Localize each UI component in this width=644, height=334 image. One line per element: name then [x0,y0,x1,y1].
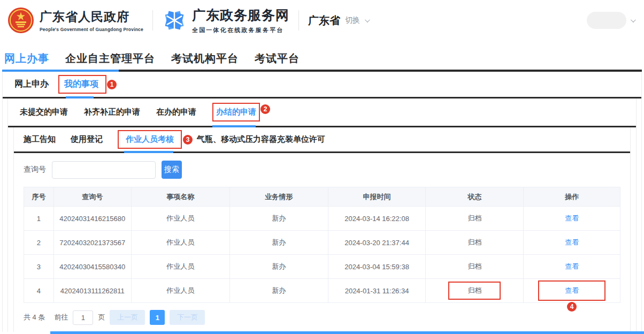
nav-item-exam-org-platform[interactable]: 考试机构平台 [171,51,239,66]
goto-page-input[interactable] [73,310,93,325]
region-name: 广东省 [308,13,340,28]
current-page-button[interactable]: 1 [150,310,165,325]
tabs-level3: 施工告知 使用登记 作业人员考核 3 气瓶、移动式压力容器充装单位许可 [14,127,630,153]
pagination: 共 4 条 前往 页 上一页 1 下一页 [14,303,630,332]
chevron-down-icon [631,17,636,22]
chevron-down-icon [365,17,370,22]
view-link[interactable]: 查看 [565,262,579,270]
content-panel: 网上申办 我的事项 1 未提交的申请 补齐补正的申请 在办的申请 办结的申请 2… [2,72,642,332]
next-page-button[interactable]: 下一页 [170,310,205,325]
cell-item-name: 作业人员 [131,279,229,303]
nav-item-enterprise-platform[interactable]: 企业自主管理平台 [65,51,155,66]
goto-unit: 页 [98,313,105,322]
gov-logo-block: 广东省人民政府 People's Government of Guangdong… [7,7,143,34]
annotation-badge-3: 3 [183,135,193,145]
prev-page-button[interactable]: 上一页 [110,310,145,325]
view-link[interactable]: 查看 [565,238,579,246]
gov-subtitle: People's Government of Guangdong Provinc… [40,27,143,32]
search-bar: 查询号 搜索 [14,153,630,185]
tabs-level2: 未提交的申请 补齐补正的申请 在办的申请 办结的申请 2 [8,98,636,127]
cell-item-name: 作业人员 [131,231,229,255]
cell-status: 归档 [467,286,481,295]
national-emblem-icon [7,7,34,34]
tab-unsubmitted[interactable]: 未提交的申请 [20,98,68,126]
cell-apply-time: 2024-03-04 15:59:38 [328,255,426,279]
tab-usage-registration[interactable]: 使用登记 [71,127,103,151]
tab-online-apply[interactable]: 网上申办 [14,72,49,97]
results-table: 序号 查询号 事项名称 业务情形 申报时间 状态 操作 1 4202403141… [24,187,620,303]
col-header-item-name: 事项名称 [131,187,229,207]
gov-logo-text: 广东省人民政府 People's Government of Guangdong… [40,9,143,32]
tab-completed-label: 办结的申请 [216,107,256,117]
annotation-box-status: 归档 [448,282,501,300]
cell-situation: 新办 [229,231,328,255]
tab-my-items[interactable]: 我的事项 1 [58,72,106,97]
tab-construction-notice[interactable]: 施工告知 [24,127,56,151]
col-header-apply-time: 申报时间 [328,187,426,207]
portal-title: 广东政务服务网 [192,6,289,24]
annotation-box-4: 查看 4 [538,280,605,301]
region-selector[interactable]: 广东省 切换 [308,13,369,28]
cell-status: 归档 [426,255,524,279]
nav-item-online-services[interactable]: 网上办事 [4,51,49,66]
gov-title: 广东省人民政府 [40,9,143,25]
portal-subtitle: 全国一体化在线政务服务平台 [192,26,289,34]
total-count: 共 4 条 [24,313,45,322]
col-header-status: 状态 [426,187,524,207]
user-account-menu[interactable] [587,12,634,29]
cell-status: 归档 [426,231,524,255]
cell-query-no: 42024031416215680 [53,207,131,231]
cell-query-no: 42024013111262811 [53,279,131,303]
portal-logo-text: 广东政务服务网 全国一体化在线政务服务平台 [192,6,289,34]
query-number-input[interactable] [52,161,156,179]
my-items-panel: 未提交的申请 补齐补正的申请 在办的申请 办结的申请 2 施工告知 使用登记 作… [7,98,637,332]
cell-query-no: 72024032021373567 [53,231,131,255]
view-link[interactable]: 查看 [565,214,579,222]
cell-status: 归档 [426,207,524,231]
table-row: 2 72024032021373567 作业人员 新办 2024-03-20 2… [24,231,620,255]
table-row: 4 42024013111262811 作业人员 新办 2024-01-31 1… [24,279,620,303]
top-header: 广东省人民政府 People's Government of Guangdong… [0,0,644,41]
col-header-index: 序号 [24,187,54,207]
annotation-box-3: 作业人员考核 3 [118,130,182,149]
tab-my-items-label: 我的事项 [64,79,98,90]
cell-index: 1 [24,207,54,231]
tabs-level1: 网上申办 我的事项 1 [3,72,641,98]
table-row: 1 42024031416215680 作业人员 新办 2024-03-14 1… [24,207,620,231]
tab-operator-exam[interactable]: 作业人员考核 3 [118,127,182,151]
user-name-redacted[interactable] [587,12,626,29]
header-divider [298,10,299,31]
col-header-action: 操作 [524,187,620,207]
cell-index: 4 [24,279,54,303]
cell-apply-time: 2024-03-20 21:37:44 [328,231,426,255]
main-nav: 网上办事 企业自主管理平台 考试机构平台 考试平台 [2,47,642,72]
table-header-row: 序号 查询号 事项名称 业务情形 申报时间 状态 操作 [24,187,620,207]
nav-item-exam-platform[interactable]: 考试平台 [255,51,300,66]
cell-situation: 新办 [229,255,328,279]
col-header-query-no: 查询号 [53,187,131,207]
goto-label: 前往 [54,313,68,322]
annotation-box-2: 办结的申请 2 [212,103,260,122]
tab-operator-exam-label: 作业人员考核 [126,134,174,145]
col-header-situation: 业务情形 [229,187,328,207]
cell-apply-time: 2024-01-31 11:26:34 [328,279,426,303]
tab-gas-cylinder-license[interactable]: 气瓶、移动式压力容器充装单位许可 [197,127,325,151]
cell-situation: 新办 [229,207,328,231]
cell-item-name: 作业人员 [131,207,229,231]
cell-item-name: 作业人员 [131,255,229,279]
annotation-box-1: 我的事项 1 [58,75,106,94]
annotation-badge-4: 4 [567,302,577,312]
cell-query-no: 42024030415580340 [53,255,131,279]
tab-supplement-correction[interactable]: 补齐补正的申请 [84,98,140,126]
annotation-badge-2: 2 [260,104,270,114]
tab-completed[interactable]: 办结的申请 2 [212,98,260,126]
search-button[interactable]: 搜索 [162,161,182,179]
view-link[interactable]: 查看 [565,286,579,295]
completed-panel: 施工告知 使用登记 作业人员考核 3 气瓶、移动式压力容器充装单位许可 查询号 … [13,127,631,332]
region-switch-label[interactable]: 切换 [345,16,360,25]
table-row: 3 42024030415580340 作业人员 新办 2024-03-04 1… [24,255,620,279]
cell-index: 3 [24,255,54,279]
cell-apply-time: 2024-03-14 16:22:08 [328,207,426,231]
search-label: 查询号 [24,165,46,174]
tab-in-progress[interactable]: 在办的申请 [156,98,196,126]
